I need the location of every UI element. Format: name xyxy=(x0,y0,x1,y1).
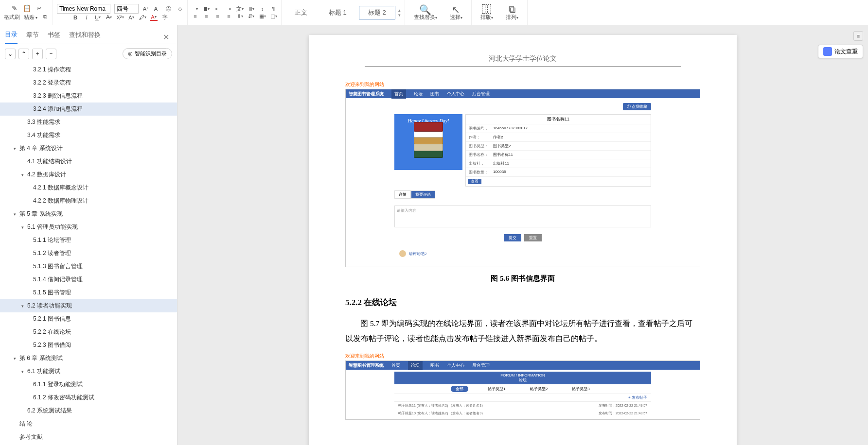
bold-icon[interactable]: B xyxy=(72,14,79,21)
bullets-icon[interactable]: ≡▾ xyxy=(192,5,199,13)
tab-chapters[interactable]: 章节 xyxy=(26,31,39,43)
outline-item[interactable]: 6.1.1 登录功能测试 xyxy=(0,378,177,391)
document-area[interactable]: 河北大学学士学位论文 欢迎来到我的网站 智慧图书管理系统 首页 论坛 图书 个人… xyxy=(177,25,868,445)
outline-item[interactable]: 参考文献 xyxy=(0,430,177,444)
italic-icon[interactable]: I xyxy=(83,14,90,21)
outline-item[interactable]: 3.3 性能需求 xyxy=(0,116,177,129)
info-field: 作者：作者2 xyxy=(466,133,651,142)
collapse-handle-icon[interactable]: ≡ xyxy=(853,31,863,41)
para-spacing-icon[interactable]: ⇵▾ xyxy=(248,13,255,20)
clipboard-group: ✎ 📋 ✂ 格式刷 粘贴▾ ⧉ xyxy=(0,0,53,25)
find-replace-button[interactable]: 🔍查找替换▾ xyxy=(409,3,442,22)
outline-item[interactable]: 5.1.1 论坛管理 xyxy=(0,234,177,247)
font-color-icon[interactable]: A▾ xyxy=(150,14,158,21)
outline-item[interactable]: 5.1.2 读者管理 xyxy=(0,247,177,260)
outline-item[interactable]: ▾6.1 功能测试 xyxy=(0,365,177,378)
outline-item[interactable]: ▾第 4 章 系统设计 xyxy=(0,142,177,155)
tab-outline[interactable]: 目录 xyxy=(5,30,18,44)
tab-bookmarks[interactable]: 书签 xyxy=(48,31,60,43)
styles-more[interactable]: ▴▾ xyxy=(398,8,401,17)
forum-head-cn: 论坛 xyxy=(396,377,650,383)
arrange-button[interactable]: ⧉排列▾ xyxy=(501,3,523,22)
borders-icon[interactable]: ▢▾ xyxy=(270,13,277,20)
style-h1[interactable]: 标题 1 xyxy=(319,6,356,19)
layout-button[interactable]: ⿲排版▾ xyxy=(476,3,498,22)
grow-font-icon[interactable]: A⁺ xyxy=(142,5,150,13)
show-marks-icon[interactable]: ¶ xyxy=(270,5,277,13)
post-row-1-right: 发布时间：2022-02-22 21:49:57 xyxy=(599,403,647,408)
info-field: 图书数量：100035 xyxy=(466,168,651,177)
smart-outline-button[interactable]: ◎ 智能识别目录 xyxy=(123,48,172,59)
outline-item[interactable]: 4.2.1 数据库概念设计 xyxy=(0,181,177,194)
embed2-brand: 智慧图书管理系统 xyxy=(349,362,384,369)
clear-format-icon[interactable]: ◇ xyxy=(176,5,183,13)
outline-item[interactable]: 5.2.2 在线论坛 xyxy=(0,325,177,339)
outline-item[interactable]: 3.2.1 操作流程 xyxy=(0,63,177,76)
phonetic-icon[interactable]: 字 xyxy=(161,14,169,21)
remove-icon[interactable]: － xyxy=(46,49,56,59)
paste-button[interactable]: 粘贴▾ xyxy=(24,14,37,21)
shrink-font-icon[interactable]: A⁻ xyxy=(154,5,161,13)
outline-item[interactable]: 结 论 xyxy=(0,417,177,430)
format-brush-button[interactable]: 格式刷 xyxy=(4,14,20,21)
outline-item[interactable]: 5.1.3 图书留言管理 xyxy=(0,260,177,273)
superscript-icon[interactable]: X²▾ xyxy=(117,14,124,21)
align-distribute-icon[interactable]: Ⅲ▾ xyxy=(248,5,255,13)
outline-item[interactable]: 5.1.5 图书管理 xyxy=(0,286,177,299)
collapse-up-icon[interactable]: ⌃ xyxy=(18,49,29,59)
outline-item[interactable]: ▾第 5 章 系统实现 xyxy=(0,207,177,221)
shading-icon[interactable]: ▦▾ xyxy=(259,13,266,20)
expand-down-icon[interactable]: ⌄ xyxy=(5,49,16,59)
outline-item[interactable]: 5.2.1 图书信息 xyxy=(0,312,177,325)
font-size-select[interactable] xyxy=(114,4,139,14)
font-family-select[interactable] xyxy=(57,4,110,14)
paste-icon[interactable]: 📋 xyxy=(23,4,32,13)
tab-find[interactable]: 查找和替换 xyxy=(69,31,101,43)
embed-nav-book: 图书 xyxy=(430,91,439,97)
outline-item[interactable]: 6.2 系统测试结果 xyxy=(0,404,177,417)
strike-icon[interactable]: A̶▾ xyxy=(106,14,113,21)
avatar xyxy=(399,250,406,257)
format-brush-icon[interactable]: ✎ xyxy=(10,4,19,13)
outline-item[interactable]: ▾4.2 数据库设计 xyxy=(0,168,177,181)
copy-icon[interactable]: ⧉ xyxy=(41,13,49,20)
submit-button: 提交 xyxy=(504,234,521,241)
align-center-icon[interactable]: ≡ xyxy=(203,13,210,20)
numbering-icon[interactable]: ≣▾ xyxy=(203,5,210,13)
page-header: 河北大学学士学位论文 xyxy=(365,54,681,67)
outline-item[interactable]: ▾5.1 管理员功能实现 xyxy=(0,221,177,234)
change-case-icon[interactable]: Ⓐ xyxy=(165,5,172,13)
outline-item[interactable]: ▾第 6 章 系统测试 xyxy=(0,352,177,365)
style-h2[interactable]: 标题 2 xyxy=(359,6,395,19)
post-row-2-left: 帖子标题10 (发布人：读者姓名2) （发布人：读者姓名3） xyxy=(398,411,485,416)
paper-check-button[interactable]: 论文查重 xyxy=(818,45,863,58)
text-effect-icon[interactable]: A▾ xyxy=(128,14,135,21)
highlight-icon[interactable]: 🖍▾ xyxy=(139,14,146,21)
align-justify-icon[interactable]: ≡ xyxy=(225,13,232,20)
outline-item[interactable]: 4.1 功能结构设计 xyxy=(0,155,177,168)
close-icon[interactable]: ✕ xyxy=(163,33,172,42)
outline-item[interactable]: 5.2.3 图书借阅 xyxy=(0,339,177,352)
text-direction-icon[interactable]: 文▾ xyxy=(236,5,244,13)
info-field: 图书编号：1645507737383017 xyxy=(466,124,651,133)
style-normal[interactable]: 正文 xyxy=(285,6,317,19)
align-left-icon[interactable]: ≡ xyxy=(192,13,199,20)
outline-item[interactable]: ▾5.2 读者功能实现 xyxy=(0,299,177,312)
outline-item[interactable]: 4.2.2 数据库物理设计 xyxy=(0,194,177,207)
cut-icon[interactable]: ✂ xyxy=(35,5,43,12)
indent-icon[interactable]: ⇥ xyxy=(225,5,232,13)
sort-icon[interactable]: ↕ xyxy=(259,5,266,13)
line-spacing-icon[interactable]: ⇕▾ xyxy=(236,13,244,20)
outline-item[interactable]: 3.2.2 登录流程 xyxy=(0,76,177,89)
select-button[interactable]: ↖选择▾ xyxy=(445,3,467,22)
navigation-pane: 目录 章节 书签 查找和替换 ✕ ⌄ ⌃ ＋ － ◎ 智能识别目录 3.2.1 … xyxy=(0,25,177,445)
outline-item[interactable]: 3.2.4 添加信息流程 xyxy=(0,103,177,116)
outline-item[interactable]: 3.2.3 删除信息流程 xyxy=(0,89,177,103)
outline-item[interactable]: 5.1.4 借阅记录管理 xyxy=(0,273,177,286)
outdent-icon[interactable]: ⇤ xyxy=(214,5,221,13)
align-right-icon[interactable]: ≡ xyxy=(214,13,221,20)
outline-item[interactable]: 6.1.2 修改密码功能测试 xyxy=(0,391,177,404)
underline-icon[interactable]: U▾ xyxy=(94,14,102,21)
add-icon[interactable]: ＋ xyxy=(32,49,43,59)
outline-item[interactable]: 3.4 功能需求 xyxy=(0,129,177,142)
